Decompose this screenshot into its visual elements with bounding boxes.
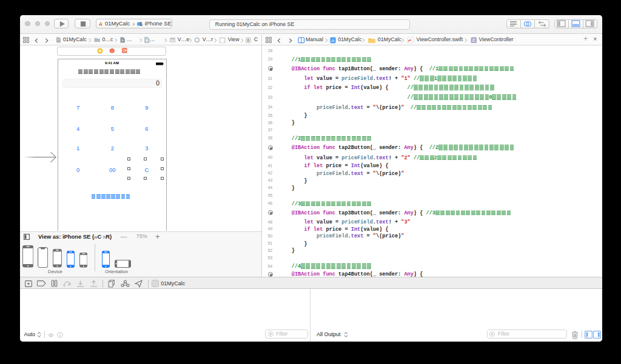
- svg-text:C: C: [472, 37, 475, 42]
